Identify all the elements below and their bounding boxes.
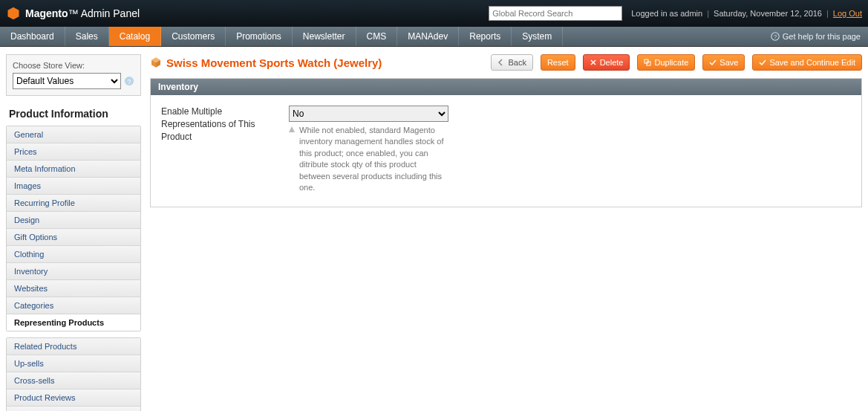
tab-images[interactable]: Images <box>7 178 140 195</box>
nav-item-catalog[interactable]: Catalog <box>109 27 161 46</box>
tab-up-sells[interactable]: Up-sells <box>7 355 140 372</box>
enable-multiple-select[interactable]: No <box>289 106 448 122</box>
tab-clothing[interactable]: Clothing <box>7 246 140 263</box>
note-triangle-icon <box>289 126 295 132</box>
tab-prices[interactable]: Prices <box>7 143 140 161</box>
tab-categories[interactable]: Categories <box>7 297 140 314</box>
tab-product-reviews[interactable]: Product Reviews <box>7 389 140 407</box>
tab-general[interactable]: General <box>7 126 140 143</box>
logged-in-text: Logged in as admin <box>631 9 702 18</box>
nav-item-reports[interactable]: Reports <box>459 27 512 46</box>
store-view-label: Choose Store View: <box>13 61 134 70</box>
main-nav: DashboardSalesCatalogCustomersPromotions… <box>0 27 868 47</box>
check-icon <box>709 59 717 66</box>
nav-item-newsletter[interactable]: Newsletter <box>293 27 356 46</box>
back-arrow-icon <box>497 59 505 66</box>
save-continue-button[interactable]: Save and Continue Edit <box>752 54 862 71</box>
nav-item-promotions[interactable]: Promotions <box>226 27 293 46</box>
x-icon <box>590 59 597 66</box>
tab-recurring-profile[interactable]: Recurring Profile <box>7 195 140 212</box>
svg-text:?: ? <box>128 78 131 85</box>
tab-design[interactable]: Design <box>7 212 140 229</box>
duplicate-button[interactable]: Duplicate <box>637 54 695 71</box>
nav-item-manadev[interactable]: MANAdev <box>397 27 459 46</box>
tab-gift-options[interactable]: Gift Options <box>7 229 140 246</box>
save-button[interactable]: Save <box>702 54 745 71</box>
panel-header: Inventory <box>151 79 861 95</box>
delete-button[interactable]: Delete <box>583 54 630 71</box>
nav-item-system[interactable]: System <box>512 27 563 46</box>
field-label: Enable Multiple Representations of This … <box>161 106 273 193</box>
nav-item-dashboard[interactable]: Dashboard <box>0 27 65 46</box>
check-icon <box>759 59 766 66</box>
back-button[interactable]: Back <box>491 54 532 71</box>
duplicate-icon <box>644 59 651 66</box>
brand-logo: Magento™ Admin Panel <box>6 6 140 21</box>
brand-text: Magento™ Admin Panel <box>25 7 140 19</box>
tab-websites[interactable]: Websites <box>7 280 140 297</box>
svg-text:?: ? <box>774 33 777 40</box>
logout-link[interactable]: Log Out <box>833 9 862 18</box>
magento-logo-icon <box>6 6 21 21</box>
nav-item-customers[interactable]: Customers <box>161 27 226 46</box>
store-view-select[interactable]: Default Values <box>13 73 121 89</box>
help-icon: ? <box>771 32 780 41</box>
store-view-switcher: Choose Store View: Default Values ? <box>6 54 141 96</box>
product-icon <box>150 56 162 68</box>
global-search-input[interactable] <box>489 6 622 21</box>
help-link[interactable]: ? Get help for this page <box>771 27 868 46</box>
nav-item-cms[interactable]: CMS <box>356 27 398 46</box>
tab-cross-sells[interactable]: Cross-sells <box>7 372 140 389</box>
tab-product-tags[interactable]: Product Tags <box>7 407 140 411</box>
page-title: Swiss Movement Sports Watch (Jewelry) <box>150 56 382 69</box>
tab-meta-information[interactable]: Meta Information <box>7 161 140 178</box>
field-note: While not enabled, standard Magento inve… <box>289 125 448 193</box>
header-date: Saturday, November 12, 2016 <box>714 9 822 18</box>
header-account-info: Logged in as admin | Saturday, November … <box>631 9 862 18</box>
sidebar-title: Product Information <box>6 103 141 126</box>
tab-related-products[interactable]: Related Products <box>7 338 140 355</box>
tab-representing-products[interactable]: Representing Products <box>7 314 140 331</box>
help-icon[interactable]: ? <box>124 76 134 86</box>
inventory-panel: Inventory Enable Multiple Representation… <box>150 78 862 207</box>
top-header: Magento™ Admin Panel Logged in as admin … <box>0 0 868 27</box>
tab-inventory[interactable]: Inventory <box>7 263 140 280</box>
nav-item-sales[interactable]: Sales <box>65 27 109 46</box>
reset-button[interactable]: Reset <box>541 54 575 71</box>
